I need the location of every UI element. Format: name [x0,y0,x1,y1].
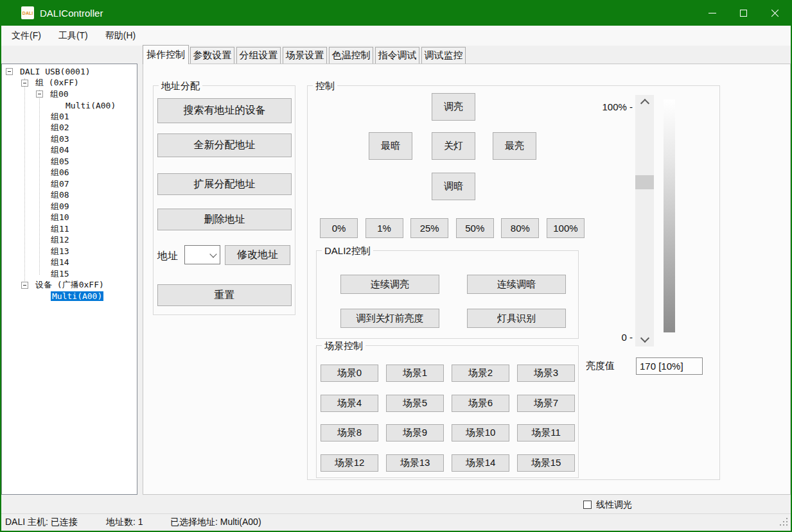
tree-item-group12[interactable]: 组12 [2,235,137,246]
tab-color-temp-control[interactable]: 色温控制 [329,47,373,64]
tree-item-devices[interactable]: 设备 (广播0xFF) [2,280,137,291]
address-label: 地址 [157,250,178,263]
scroll-down-icon[interactable] [640,334,649,343]
tab-parameter-settings[interactable]: 参数设置 [190,47,234,64]
tree-item-group06[interactable]: 组06 [2,167,137,179]
modify-address-button[interactable]: 修改地址 [225,245,290,265]
percent-0-button[interactable]: 0% [320,218,358,238]
close-icon [770,8,780,18]
tree-item-group02[interactable]: 组02 [2,123,137,134]
maximize-icon [740,10,747,17]
scroll-up-icon[interactable] [640,99,649,108]
extend-assign-address-button[interactable]: 扩展分配地址 [157,173,292,195]
luminaire-identify-button[interactable]: 灯具识别 [467,309,566,328]
tab-debug-monitor[interactable]: 调试监控 [421,47,466,64]
scene-0-button[interactable]: 场景0 [321,365,378,382]
brightness-scrollbar[interactable] [635,95,654,347]
app-window: DALI DALIController 文件(F) 工具(T) 帮助(H) DA… [0,0,792,532]
device-tree: DALI USB(0001) 组 (0xFF) 组00 Multi(A00) 组… [1,64,137,495]
scene-11-button[interactable]: 场景11 [517,424,575,442]
light-off-button[interactable]: 关灯 [432,132,475,160]
scene-9-button[interactable]: 场景9 [386,424,444,442]
status-address-count: 地址数: 1 [106,514,143,531]
tab-group-settings[interactable]: 分组设置 [236,47,281,64]
menu-tools[interactable]: 工具(T) [58,30,88,42]
search-addressed-devices-button[interactable]: 搜索有地址的设备 [157,98,292,123]
close-button[interactable] [759,0,791,26]
menu-file[interactable]: 文件(F) [12,30,41,42]
linear-dimming-label: 线性调光 [596,499,632,511]
resize-grip[interactable] [786,518,788,519]
scene-12-button[interactable]: 场景12 [321,454,378,472]
brightness-value-field[interactable]: 170 [10%] [636,357,703,375]
tab-scene-settings[interactable]: 场景设置 [283,47,327,64]
group-title: 控制 [313,80,337,92]
percent-80-button[interactable]: 80% [501,218,539,238]
dim-down-button[interactable]: 调暗 [432,173,475,200]
scene-7-button[interactable]: 场景7 [517,395,575,412]
tree-item-group03[interactable]: 组03 [2,133,137,145]
tree-item-groups[interactable]: 组 (0xFF) [2,78,137,89]
scene-8-button[interactable]: 场景8 [321,424,378,442]
tab-command-debug[interactable]: 指令调试 [375,47,419,64]
tree-item-group15[interactable]: 组15 [2,268,137,280]
min-brightness-button[interactable]: 最暗 [369,132,412,160]
assign-new-address-button[interactable]: 全新分配地址 [157,133,292,157]
scene-13-button[interactable]: 场景13 [386,454,444,472]
tree-item-group07[interactable]: 组07 [2,178,137,190]
scene-2-button[interactable]: 场景2 [452,365,509,382]
percent-1-button[interactable]: 1% [365,218,403,238]
tree-item-group04[interactable]: 组04 [2,145,137,157]
tree-item-group10[interactable]: 组10 [2,212,137,224]
tree-item-root[interactable]: DALI USB(0001) [2,66,137,78]
tree-item-group00[interactable]: 组00 [2,89,137,100]
scene-6-button[interactable]: 场景6 [452,395,509,412]
percent-50-button[interactable]: 50% [456,218,494,238]
tab-operation-control[interactable]: 操作控制 [143,45,189,64]
tree-item-group09[interactable]: 组09 [2,201,137,212]
continuous-dim-up-button[interactable]: 连续调亮 [340,275,439,294]
tree-item-group08[interactable]: 组08 [2,190,137,202]
minimize-icon [708,13,716,13]
reset-button[interactable]: 重置 [157,284,292,306]
restore-pre-off-brightness-button[interactable]: 调到关灯前亮度 [340,309,439,328]
scrollbar-thumb[interactable] [635,175,654,189]
tree-item-multi-selected[interactable]: Multi(A00) [2,291,137,302]
window-border [0,0,1,532]
continuous-dim-down-button[interactable]: 连续调暗 [467,275,566,294]
collapse-icon[interactable] [36,90,43,98]
menu-help[interactable]: 帮助(H) [105,30,136,42]
scene-14-button[interactable]: 场景14 [452,454,509,472]
scene-3-button[interactable]: 场景3 [517,365,575,382]
tree-item-group13[interactable]: 组13 [2,246,137,257]
address-combobox[interactable] [184,245,220,264]
tree-item-multi[interactable]: Multi(A00) [2,100,137,112]
app-icon: DALI [21,6,34,19]
group-title: DALI2控制 [322,245,373,257]
minimize-button[interactable] [696,0,728,26]
menubar: 文件(F) 工具(T) 帮助(H) [0,26,792,46]
group-title: 场景控制 [322,340,365,352]
maximize-button[interactable] [728,0,759,26]
tree-item-group05[interactable]: 组05 [2,156,137,167]
collapse-icon[interactable] [21,80,28,87]
scene-10-button[interactable]: 场景10 [452,424,509,442]
scene-button-grid: 场景0 场景1 场景2 场景3 场景4 场景5 场景6 场景7 场景8 场景9 … [321,365,575,472]
status-host-connection: DALI 主机: 已连接 [5,514,78,531]
scene-15-button[interactable]: 场景15 [517,454,575,472]
scene-1-button[interactable]: 场景1 [386,365,444,382]
scene-5-button[interactable]: 场景5 [386,395,444,412]
percent-100-button[interactable]: 100% [547,218,585,238]
scene-4-button[interactable]: 场景4 [321,395,378,412]
slider-0-label: 0 - [597,332,633,343]
max-brightness-button[interactable]: 最亮 [493,132,536,160]
delete-address-button[interactable]: 删除地址 [157,209,292,230]
tree-item-group14[interactable]: 组14 [2,257,137,269]
collapse-icon[interactable] [21,282,28,289]
percent-25-button[interactable]: 25% [410,218,448,238]
linear-dimming-checkbox[interactable] [583,501,592,509]
tree-item-group11[interactable]: 组11 [2,223,137,235]
tree-item-group01[interactable]: 组01 [2,111,137,123]
dim-up-button[interactable]: 调亮 [432,93,475,121]
collapse-icon[interactable] [6,68,13,75]
